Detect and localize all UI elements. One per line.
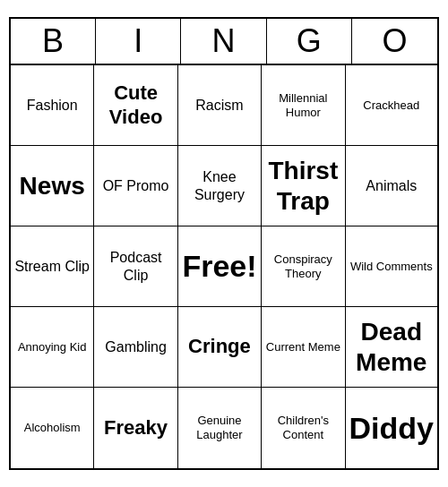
cell-cringe: Cringe — [178, 307, 262, 388]
cell-conspiracy-theory: Conspiracy Theory — [262, 226, 345, 307]
cute-video-text: Cute Video — [98, 81, 173, 129]
header-letter-i: I — [96, 19, 181, 64]
cell-podcast-clip: Podcast Clip — [94, 226, 177, 307]
cell-childrens-content: Children's Content — [262, 388, 345, 468]
freaky-text: Freaky — [104, 416, 168, 440]
bingo-grid: FashionCute VideoRacismMillennial HumorC… — [11, 65, 437, 468]
cell-annoying-kid: Annoying Kid — [11, 307, 94, 388]
annoying-kid-text: Annoying Kid — [18, 340, 87, 355]
conspiracy-theory-text: Conspiracy Theory — [265, 252, 340, 280]
cell-freaky: Freaky — [94, 388, 177, 468]
cell-current-meme: Current Meme — [262, 307, 345, 388]
header-letter-n: N — [181, 19, 266, 64]
cell-alcoholism: Alcoholism — [11, 388, 94, 468]
cell-of-promo: OF Promo — [94, 146, 177, 226]
cell-millennial-humor: Millennial Humor — [262, 65, 345, 146]
knee-surgery-text: Knee Surgery — [182, 168, 257, 202]
cell-knee-surgery: Knee Surgery — [178, 146, 262, 226]
free-text: Free! — [182, 248, 256, 285]
of-promo-text: OF Promo — [103, 177, 169, 194]
cell-wild-comments: Wild Comments — [346, 226, 437, 307]
alcoholism-text: Alcoholism — [24, 421, 81, 435]
podcast-clip-text: Podcast Clip — [98, 249, 173, 283]
cell-animals: Animals — [346, 146, 437, 226]
crackhead-text: Crackhead — [363, 98, 419, 113]
cell-crackhead: Crackhead — [346, 65, 437, 146]
header-letter-o: O — [352, 19, 437, 64]
bingo-header: BINGO — [11, 19, 437, 65]
current-meme-text: Current Meme — [266, 340, 340, 355]
fashion-text: Fashion — [27, 97, 78, 114]
cell-news: News — [11, 146, 94, 226]
cell-genuine-laughter: Genuine Laughter — [178, 388, 262, 468]
cringe-text: Cringe — [188, 335, 251, 358]
cell-racism: Racism — [178, 65, 262, 146]
news-text: News — [20, 171, 85, 201]
bingo-card: BINGO FashionCute VideoRacismMillennial … — [9, 17, 439, 470]
racism-text: Racism — [195, 97, 243, 114]
cell-free: Free! — [178, 226, 262, 307]
header-letter-b: B — [11, 19, 96, 64]
childrens-content-text: Children's Content — [265, 414, 340, 441]
cell-dead-meme: Dead Meme — [346, 307, 437, 388]
animals-text: Animals — [366, 177, 417, 194]
dead-meme-text: Dead Meme — [349, 317, 434, 377]
wild-comments-text: Wild Comments — [350, 260, 433, 274]
cell-diddy: Diddy — [346, 388, 437, 468]
header-letter-g: G — [267, 19, 352, 64]
gambling-text: Gambling — [105, 338, 166, 355]
genuine-laughter-text: Genuine Laughter — [182, 414, 257, 441]
cell-stream-clip: Stream Clip — [11, 226, 94, 307]
cell-cute-video: Cute Video — [94, 65, 177, 146]
cell-gambling: Gambling — [94, 307, 177, 388]
thirst-trap-text: Thirst Trap — [265, 156, 340, 216]
cell-fashion: Fashion — [11, 65, 94, 146]
cell-thirst-trap: Thirst Trap — [262, 146, 345, 226]
diddy-text: Diddy — [349, 410, 434, 447]
stream-clip-text: Stream Clip — [14, 258, 90, 275]
millennial-humor-text: Millennial Humor — [265, 91, 340, 119]
